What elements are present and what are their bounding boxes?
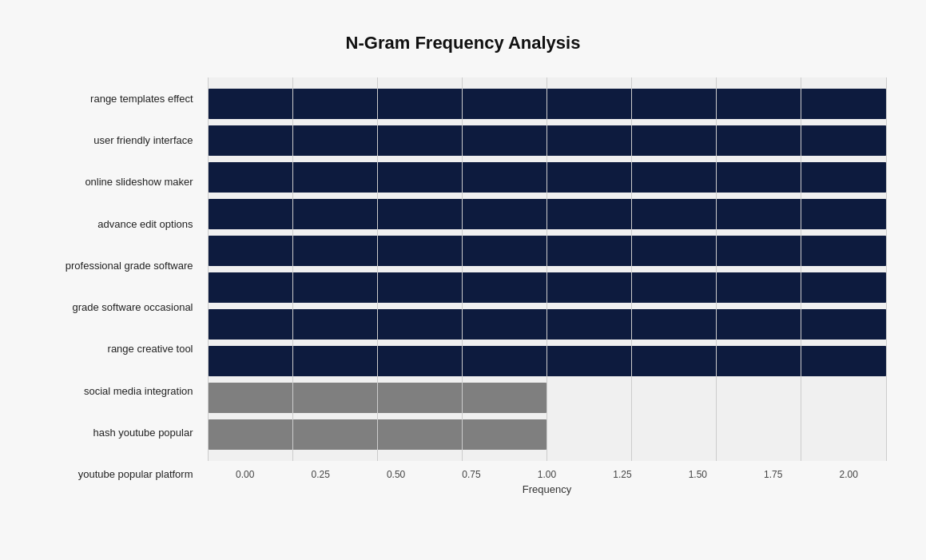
bar xyxy=(208,236,887,266)
bar xyxy=(208,383,547,413)
x-tick: 0.50 xyxy=(358,469,433,480)
bar-row xyxy=(208,196,887,232)
bar-row xyxy=(208,416,887,453)
x-tick: 1.75 xyxy=(736,469,811,480)
x-tick: 1.00 xyxy=(509,469,584,480)
y-label: grade software occasional xyxy=(40,287,200,328)
x-tick: 0.75 xyxy=(434,469,509,480)
y-label: social media integration xyxy=(40,370,200,411)
y-label: youtube popular platform xyxy=(40,454,200,495)
chart-title: N-Gram Frequency Analysis xyxy=(40,33,887,54)
bar-row xyxy=(208,343,887,379)
x-axis-label: Frequency xyxy=(208,483,887,495)
bar-row xyxy=(208,269,887,306)
bars-and-axes: 0.000.250.500.751.001.251.501.752.00 Fre… xyxy=(208,77,887,495)
bar-row xyxy=(208,379,887,416)
bar xyxy=(208,419,547,450)
chart-container: N-Gram Frequency Analysis range template… xyxy=(24,17,903,543)
bar xyxy=(208,125,887,156)
bar xyxy=(208,199,887,229)
bar-row xyxy=(208,122,887,159)
bar xyxy=(208,346,887,376)
bar xyxy=(208,309,887,340)
x-tick: 0.25 xyxy=(283,469,358,480)
y-label: user friendly interface xyxy=(40,119,200,161)
y-label: hash youtube popular xyxy=(40,412,200,454)
x-ticks: 0.000.250.500.751.001.251.501.752.00 xyxy=(208,466,887,480)
x-tick: 2.00 xyxy=(811,469,886,480)
bar-row xyxy=(208,306,887,343)
bars-section xyxy=(208,77,887,461)
bar xyxy=(208,89,887,119)
y-label: range creative tool xyxy=(40,328,200,370)
y-label: range templates effect xyxy=(40,77,200,119)
chart-area: range templates effectuser friendly inte… xyxy=(40,77,887,495)
bar-row xyxy=(208,159,887,196)
y-label: professional grade software xyxy=(40,244,200,286)
x-tick: 1.25 xyxy=(585,469,660,480)
y-label: online slideshow maker xyxy=(40,161,200,203)
x-tick: 0.00 xyxy=(208,469,283,480)
bar xyxy=(208,272,887,303)
bar-row xyxy=(208,85,887,122)
bar-row xyxy=(208,232,887,269)
x-axis: 0.000.250.500.751.001.251.501.752.00 Fre… xyxy=(208,466,887,495)
y-label: advance edit options xyxy=(40,203,200,244)
y-labels: range templates effectuser friendly inte… xyxy=(40,77,208,495)
x-tick: 1.50 xyxy=(660,469,735,480)
bar xyxy=(208,162,887,193)
